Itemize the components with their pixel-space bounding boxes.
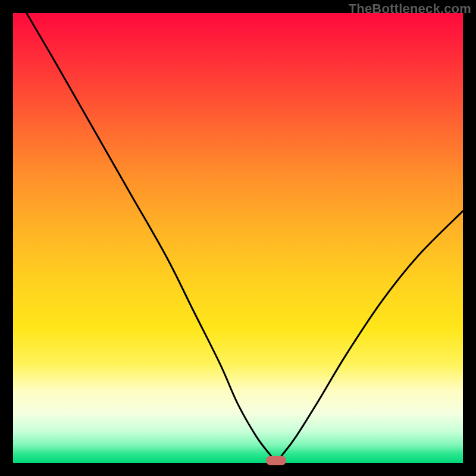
- optimal-point-marker: [266, 456, 286, 465]
- chart-frame: [13, 13, 463, 463]
- attribution-text: TheBottleneck.com: [349, 1, 471, 17]
- bottleneck-curve: [13, 13, 463, 463]
- curve-path: [27, 13, 463, 461]
